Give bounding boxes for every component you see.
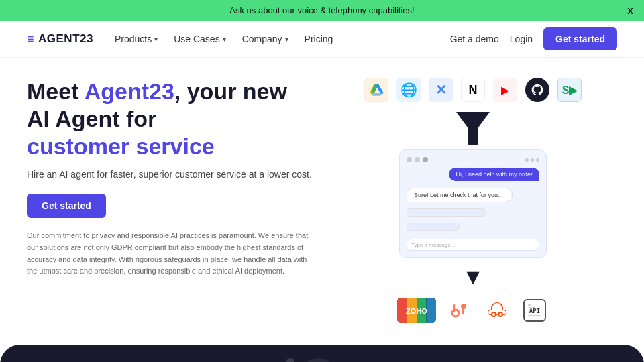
- chevron-down-icon: ▾: [223, 36, 226, 43]
- chat-bubble-incoming-1: Sure! Let me check that for you...: [407, 188, 513, 202]
- get-demo-link[interactable]: Get a demo: [450, 34, 499, 44]
- dot-1: [286, 358, 294, 362]
- svg-rect-6: [427, 298, 437, 323]
- top-integrations: 🌐 ✕ N ▶ S▶: [364, 78, 582, 102]
- logo-text: AGENT23: [38, 32, 93, 46]
- zapier-icon: [483, 296, 511, 324]
- hero-heading: Meet Agent23, your new AI Agent for cust…: [27, 78, 315, 160]
- svg-rect-11: [453, 306, 455, 312]
- slides-icon: S▶: [557, 78, 582, 102]
- svg-point-13: [492, 312, 496, 316]
- nav-link-pricing[interactable]: Pricing: [305, 34, 333, 44]
- chat-bubble-outgoing: Hi, I need help with my order: [449, 168, 539, 181]
- api-icon: API: [521, 296, 549, 324]
- chat-dot-2: [415, 157, 420, 162]
- svg-point-14: [498, 312, 502, 316]
- svg-text:API: API: [529, 308, 540, 314]
- navbar: ≡ AGENT23 Products ▾ Use Cases ▾ Company…: [0, 21, 644, 58]
- chevron-down-icon: ▾: [154, 36, 158, 43]
- zoho-icon: ZOHO: [397, 298, 436, 323]
- logo[interactable]: ≡ AGENT23: [27, 32, 93, 46]
- decorative-dots: [286, 358, 358, 362]
- chat-dot-3: [423, 157, 428, 162]
- nav-links: Products ▾ Use Cases ▾ Company ▾ Pricing: [115, 34, 429, 44]
- login-link[interactable]: Login: [510, 34, 533, 44]
- youtube-icon: ▶: [493, 78, 517, 102]
- svg-rect-9: [462, 306, 464, 314]
- nav-right: Get a demo Login Get started: [450, 27, 617, 50]
- svg-rect-1: [468, 137, 478, 145]
- funnel-graphic: [453, 109, 493, 145]
- chat-window-mockup: Hi, I need help with my order Sure! Let …: [399, 149, 547, 258]
- chat-bubble-incoming-2: [407, 208, 486, 217]
- bottom-integrations: ZOHO: [397, 296, 549, 324]
- bottom-section: Deliver extraordinary customer experienc…: [0, 345, 644, 362]
- svg-text:ZOHO: ZOHO: [406, 307, 427, 315]
- get-started-nav-button[interactable]: Get started: [543, 27, 617, 50]
- hero-content-left: Meet Agent23, your new AI Agent for cust…: [27, 78, 315, 278]
- chat-header: [407, 157, 539, 162]
- nav-link-use-cases[interactable]: Use Cases ▾: [174, 34, 225, 44]
- nav-link-company[interactable]: Company ▾: [242, 34, 288, 44]
- globe-icon: 🌐: [396, 78, 421, 102]
- github-icon: [525, 78, 549, 102]
- svg-point-12: [453, 304, 456, 307]
- nav-item-pricing[interactable]: Pricing: [305, 34, 333, 44]
- hero-section: Meet Agent23, your new AI Agent for cust…: [0, 58, 644, 338]
- nav-item-use-cases[interactable]: Use Cases ▾: [174, 34, 225, 44]
- chevron-down-icon: ▾: [285, 36, 288, 43]
- arrow-down-icon: ▼: [462, 265, 484, 290]
- nav-item-company[interactable]: Company ▾: [242, 34, 288, 44]
- nav-link-products[interactable]: Products ▾: [115, 34, 158, 44]
- hubspot-icon: [445, 296, 474, 324]
- logo-icon: ≡: [27, 32, 34, 46]
- dot-2: [301, 358, 335, 362]
- chat-dot-1: [407, 157, 412, 162]
- banner-close[interactable]: X: [627, 5, 633, 15]
- get-started-hero-button[interactable]: Get started: [27, 194, 106, 218]
- notion-icon: N: [461, 78, 485, 102]
- integration-diagram: 🌐 ✕ N ▶ S▶: [329, 78, 617, 324]
- hero-legal-text: Our commitment to privacy and responsibl…: [27, 230, 315, 277]
- chat-input-bar: Type a message...: [407, 239, 539, 251]
- chat-bubble-incoming-3: [407, 223, 460, 231]
- banner-text: Ask us about our voice & telephony capab…: [229, 5, 414, 15]
- hero-description: Hire an AI agent for faster, superior cu…: [27, 168, 315, 182]
- google-drive-icon: [364, 78, 388, 102]
- tasks-icon: ✕: [429, 78, 453, 102]
- nav-item-products[interactable]: Products ▾: [115, 34, 158, 44]
- top-banner: Ask us about our voice & telephony capab…: [0, 0, 644, 21]
